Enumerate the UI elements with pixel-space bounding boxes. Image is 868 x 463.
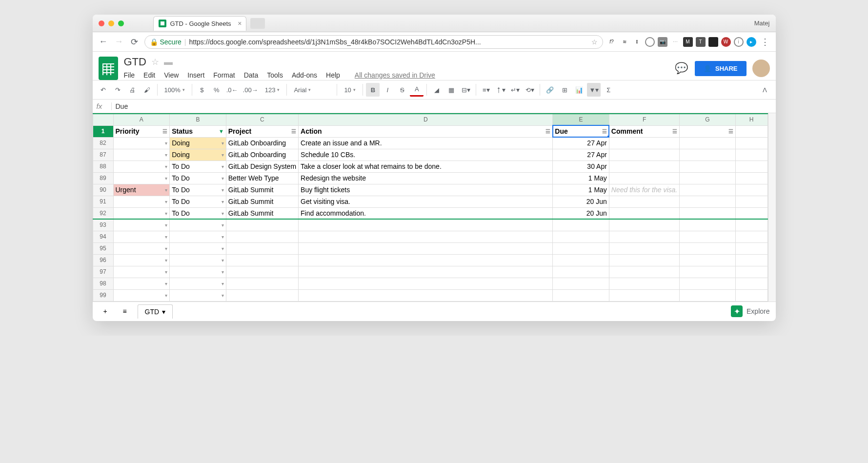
cell-status[interactable]: To Do▾ <box>170 172 226 184</box>
decrease-decimal-icon[interactable]: .0← <box>224 83 240 97</box>
cell-project[interactable]: GitLab Summit <box>226 196 298 207</box>
cell-due[interactable]: 27 Apr <box>553 149 609 161</box>
dropdown-icon[interactable]: ▾ <box>222 210 224 216</box>
dropdown-icon[interactable]: ▾ <box>165 176 167 181</box>
cell[interactable] <box>609 231 679 242</box>
cell[interactable] <box>553 289 609 301</box>
cell[interactable]: ▾ <box>113 231 170 242</box>
ext-icon-1[interactable]: f? <box>607 37 617 47</box>
row-header[interactable]: 95 <box>93 242 113 254</box>
row-header[interactable]: 87 <box>93 149 113 161</box>
browser-menu-icon[interactable]: ⋮ <box>759 36 771 48</box>
cell[interactable] <box>680 254 735 266</box>
ext-icon-7[interactable]: M <box>683 37 693 47</box>
cell[interactable] <box>609 266 679 278</box>
menu-help[interactable]: Help <box>326 71 340 79</box>
borders-icon[interactable]: ▦ <box>444 83 458 97</box>
cell[interactable] <box>680 137 735 149</box>
cell-action[interactable]: Create an issue and a MR. <box>299 137 553 149</box>
cell[interactable] <box>226 266 298 278</box>
dropdown-icon[interactable]: ▾ <box>165 141 167 146</box>
cell[interactable] <box>553 278 609 289</box>
cell-action[interactable]: Get visiting visa. <box>299 196 553 207</box>
maximize-window-button[interactable] <box>118 20 124 26</box>
ext-icon-11[interactable]: i <box>734 37 744 47</box>
row-header[interactable]: 88 <box>93 161 113 172</box>
cell-comment[interactable] <box>609 172 679 184</box>
ext-icon-9[interactable] <box>708 37 718 47</box>
row-header[interactable]: 91 <box>93 196 113 207</box>
dropdown-icon[interactable]: ▾ <box>222 293 224 298</box>
row-header[interactable]: 82 <box>93 137 113 149</box>
cell[interactable] <box>735 207 767 219</box>
cell[interactable]: ▾ <box>170 242 226 254</box>
dropdown-icon[interactable]: ▾ <box>165 187 167 193</box>
cell-comment[interactable] <box>609 149 679 161</box>
menu-tools[interactable]: Tools <box>267 71 283 79</box>
undo-icon[interactable]: ↶ <box>97 83 110 97</box>
cell[interactable] <box>680 219 735 231</box>
filter-toggle-icon[interactable]: ☰ <box>545 128 550 135</box>
wrap-icon[interactable]: ↵▾ <box>508 83 522 97</box>
row-header[interactable]: 94 <box>93 231 113 242</box>
cell[interactable] <box>735 196 767 207</box>
cell-comment[interactable] <box>609 161 679 172</box>
bookmark-star-icon[interactable]: ☆ <box>591 38 598 46</box>
dropdown-icon[interactable]: ▾ <box>165 293 167 298</box>
cell[interactable] <box>226 254 298 266</box>
cell-priority[interactable]: ▾ <box>113 137 170 149</box>
dropdown-icon[interactable]: ▾ <box>165 222 167 228</box>
formula-input[interactable]: Due <box>111 102 128 110</box>
browser-tab[interactable]: GTD - Google Sheets × <box>153 16 246 31</box>
cell-comment[interactable] <box>609 207 679 219</box>
cell[interactable] <box>226 231 298 242</box>
back-button[interactable]: ← <box>98 36 109 48</box>
filter-icon[interactable]: ▼▾ <box>587 83 601 97</box>
dropdown-icon[interactable]: ▾ <box>222 222 224 228</box>
cell[interactable]: ▾ <box>113 219 170 231</box>
cell[interactable] <box>735 231 767 242</box>
fill-color-icon[interactable]: ◢ <box>430 83 444 97</box>
cell[interactable] <box>735 289 767 301</box>
close-tab-icon[interactable]: × <box>238 20 242 27</box>
cell[interactable] <box>609 289 679 301</box>
halign-icon[interactable]: ≡▾ <box>479 83 493 97</box>
cell[interactable] <box>226 278 298 289</box>
cell[interactable] <box>553 219 609 231</box>
dropdown-icon[interactable]: ▾ <box>165 152 167 158</box>
dropdown-icon[interactable]: ▾ <box>222 141 224 146</box>
ext-icon-10[interactable]: W <box>721 37 731 47</box>
cell-status[interactable]: Doing▾ <box>170 137 226 149</box>
cell[interactable] <box>680 196 735 207</box>
move-folder-icon[interactable]: ▬ <box>164 57 173 67</box>
filter-toggle-icon[interactable]: ☰ <box>728 128 733 135</box>
cell-priority[interactable]: Urgent▾ <box>113 184 170 196</box>
comment-insert-icon[interactable]: ⊞ <box>558 83 571 97</box>
cell[interactable] <box>735 266 767 278</box>
ext-icon-12[interactable]: ▸ <box>747 37 756 47</box>
cell[interactable] <box>299 278 553 289</box>
cell[interactable] <box>735 137 767 149</box>
cell[interactable] <box>299 289 553 301</box>
merge-cells-icon[interactable]: ⊟▾ <box>459 83 473 97</box>
dropdown-icon[interactable]: ▾ <box>165 199 167 204</box>
dropdown-icon[interactable]: ▾ <box>165 246 167 251</box>
filter-toggle-icon[interactable]: ☰ <box>291 128 296 135</box>
cell-comment[interactable]: Need this for the visa. <box>609 184 679 196</box>
functions-icon[interactable]: Σ <box>602 83 615 97</box>
cell-project[interactable]: GitLab Onboarding <box>226 137 298 149</box>
ext-icon-4[interactable] <box>645 37 655 47</box>
account-avatar[interactable] <box>752 60 770 77</box>
close-window-button[interactable] <box>99 20 104 26</box>
cell[interactable]: ▾ <box>170 289 226 301</box>
explore-button[interactable]: ✦ Explore <box>731 305 769 317</box>
ext-icon-3[interactable]: I <box>632 37 642 47</box>
cell[interactable] <box>299 242 553 254</box>
row-header[interactable]: 90 <box>93 184 113 196</box>
dropdown-icon[interactable]: ▾ <box>165 281 167 286</box>
cell[interactable]: ▾ <box>170 278 226 289</box>
link-icon[interactable]: 🔗 <box>543 83 557 97</box>
cell[interactable] <box>735 278 767 289</box>
url-box[interactable]: 🔒 Secure | https://docs.google.com/sprea… <box>144 35 603 49</box>
number-format-select[interactable]: 123 <box>261 86 284 94</box>
